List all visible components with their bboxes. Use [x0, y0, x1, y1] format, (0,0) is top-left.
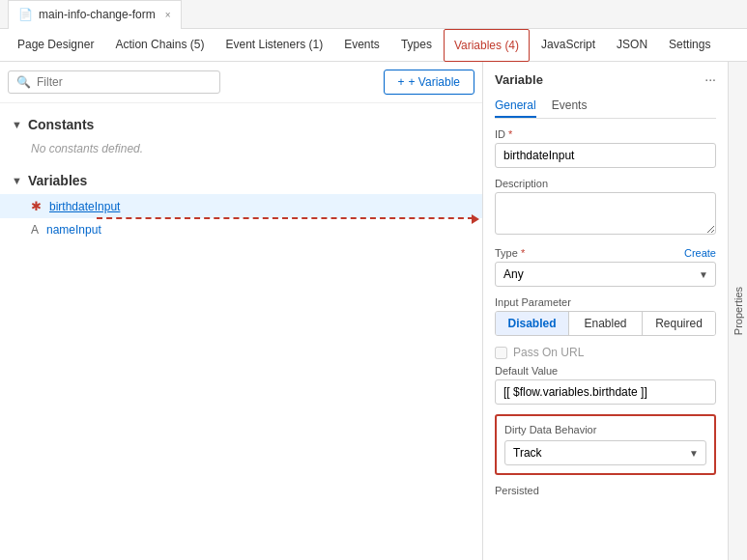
input-param-required-button[interactable]: Required: [643, 312, 715, 335]
right-panel: Variable ··· General Events: [483, 62, 747, 560]
description-field-label: Description: [495, 178, 548, 189]
input-parameter-buttons: Disabled Enabled Required: [495, 311, 716, 336]
type-field-label: Type *: [495, 247, 525, 259]
default-value-input[interactable]: [495, 379, 716, 405]
nav-page-designer[interactable]: Page Designer: [8, 29, 103, 62]
id-field: ID *: [495, 128, 716, 168]
constants-section-header[interactable]: ▼ Constants: [0, 111, 482, 138]
dirty-data-select[interactable]: Track: [504, 440, 706, 465]
properties-menu-button[interactable]: ···: [704, 71, 716, 87]
persisted-label: Persisted: [495, 485, 539, 496]
properties-vertical-tab[interactable]: Properties: [728, 62, 747, 560]
type-create-link[interactable]: Create: [684, 247, 716, 259]
properties-header: Variable ···: [495, 71, 716, 87]
input-param-enabled-button[interactable]: Enabled: [569, 312, 643, 335]
tree-item-nameInput[interactable]: A nameInput: [0, 218, 482, 241]
id-field-label: ID *: [495, 128, 512, 140]
nav-variables[interactable]: Variables (4): [444, 29, 530, 62]
nav-settings[interactable]: Settings: [659, 29, 720, 62]
default-value-field: Default Value: [495, 365, 716, 405]
toolbar: 🔍 + + Variable: [0, 62, 482, 103]
nav-action-chains[interactable]: Action Chains (5): [105, 29, 214, 62]
variable-star-icon: ✱: [31, 199, 42, 213]
variable-text-icon: A: [31, 223, 39, 237]
constants-empty-message: No constants defined.: [0, 138, 482, 159]
filter-input-wrapper[interactable]: 🔍: [8, 70, 220, 94]
description-textarea[interactable]: [495, 192, 716, 235]
nav-types[interactable]: Types: [391, 29, 442, 62]
input-parameter-field: Input Parameter Disabled Enabled Require…: [495, 296, 716, 336]
properties-sidebar: Variable ··· General Events: [483, 62, 747, 560]
left-panel: 🔍 + + Variable ▼ Constants No constants …: [0, 62, 483, 560]
nav-events[interactable]: Events: [334, 29, 389, 62]
dirty-data-section: Dirty Data Behavior Track ▼: [495, 414, 716, 475]
tab-label: main-info-change-form: [39, 8, 156, 21]
constants-chevron-icon: ▼: [12, 119, 22, 130]
properties-vertical-label: Properties: [733, 287, 744, 335]
tab-close-button[interactable]: ×: [165, 10, 171, 20]
id-input[interactable]: [495, 143, 716, 168]
constants-section-label: Constants: [28, 117, 94, 132]
variable-label-nameInput: nameInput: [46, 223, 101, 237]
default-value-label: Default Value: [495, 365, 558, 377]
file-tab[interactable]: 📄 main-info-change-form ×: [8, 0, 182, 29]
tab-events[interactable]: Events: [552, 95, 588, 118]
add-variable-button[interactable]: + + Variable: [384, 70, 475, 95]
nav-javascript[interactable]: JavaScript: [532, 29, 605, 62]
properties-title: Variable: [495, 72, 543, 87]
input-param-disabled-button[interactable]: Disabled: [496, 312, 569, 335]
type-select-wrapper: Any ▼: [495, 262, 716, 287]
filter-input[interactable]: [37, 75, 212, 89]
persisted-field: Persisted: [495, 485, 716, 496]
search-icon: 🔍: [16, 75, 31, 89]
variables-section-label: Variables: [28, 173, 88, 188]
type-required-marker: *: [521, 247, 525, 259]
variable-label-birthdateInput: birthdateInput: [49, 200, 120, 213]
type-select[interactable]: Any: [495, 262, 716, 287]
file-icon: 📄: [18, 8, 33, 21]
tree-item-birthdateInput[interactable]: ✱ birthdateInput: [0, 194, 482, 218]
nav-json[interactable]: JSON: [607, 29, 657, 62]
type-field: Type * Create Any ▼: [495, 247, 716, 287]
nav-bar: Page Designer Action Chains (5) Event Li…: [0, 29, 747, 62]
input-parameter-label: Input Parameter: [495, 296, 571, 308]
dirty-data-select-wrapper: Track ▼: [504, 440, 706, 465]
id-required-marker: *: [508, 128, 512, 140]
pass-on-url-row: Pass On URL: [495, 346, 716, 359]
description-field: Description: [495, 178, 716, 238]
nav-event-listeners[interactable]: Event Listeners (1): [215, 29, 332, 62]
tab-general[interactable]: General: [495, 95, 536, 118]
pass-on-url-label: Pass On URL: [513, 346, 584, 359]
add-icon: +: [398, 75, 405, 89]
dirty-data-label: Dirty Data Behavior: [504, 424, 596, 435]
variables-chevron-icon: ▼: [12, 175, 22, 186]
tree-content: ▼ Constants No constants defined. ▼ Vari…: [0, 103, 482, 560]
properties-tabs: General Events: [495, 95, 716, 119]
properties-content: Variable ··· General Events: [483, 62, 728, 560]
pass-on-url-checkbox[interactable]: [495, 347, 507, 359]
variables-section-header[interactable]: ▼ Variables: [0, 167, 482, 194]
